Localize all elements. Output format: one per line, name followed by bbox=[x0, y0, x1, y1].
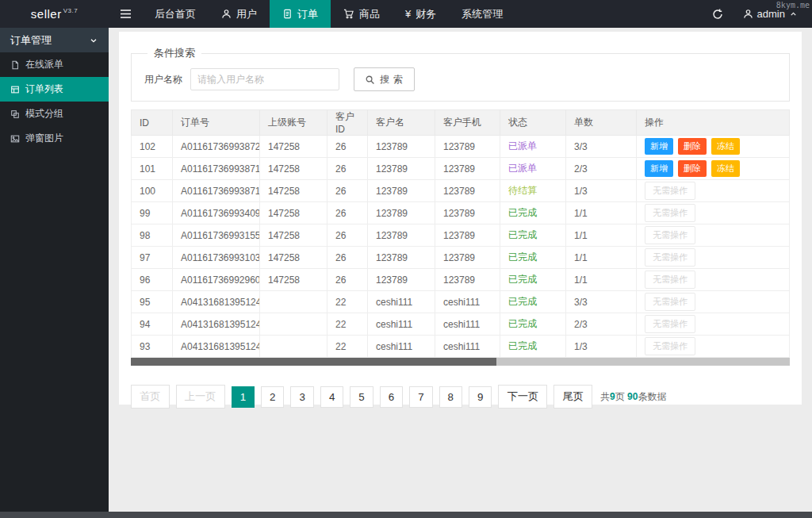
pagination-summary: 共9页 90条数据 bbox=[600, 390, 666, 404]
col-header-order-no: 订单号 bbox=[173, 110, 260, 136]
sidebar-item-online-dispatch[interactable]: 在线派单 bbox=[0, 52, 109, 77]
top-nav-goods[interactable]: 商品 bbox=[331, 0, 393, 28]
search-icon bbox=[365, 75, 375, 85]
sidebar-menu: 在线派单订单列表模式分组弹窗图片 bbox=[0, 52, 109, 151]
cell-customer-name: ceshi111 bbox=[368, 336, 435, 358]
no-action-button: 无需操作 bbox=[645, 226, 695, 244]
cell-parent-account bbox=[260, 313, 327, 336]
cell-customer-name: ceshi111 bbox=[368, 313, 435, 336]
menu-toggle-icon[interactable] bbox=[109, 0, 142, 28]
cell-parent-account: 147258 bbox=[260, 269, 327, 291]
cell-status: 已完成 bbox=[500, 291, 566, 313]
status-badge: 待结算 bbox=[508, 185, 537, 196]
cell-actions: 无需操作 bbox=[637, 180, 790, 202]
add-button[interactable]: 新增 bbox=[645, 138, 673, 154]
page-button-3[interactable]: 3 bbox=[290, 386, 313, 408]
app-logo[interactable]: sellerV3.7 bbox=[0, 0, 109, 28]
table-row: 93A0413168139512451722ceshi111ceshi111已完… bbox=[132, 336, 790, 358]
pagination-last-button[interactable]: 尾页 bbox=[553, 385, 592, 409]
top-nav-system[interactable]: 系统管理 bbox=[449, 0, 515, 28]
status-badge: 已完成 bbox=[508, 274, 537, 285]
cell-order-no: A04131681395124517 bbox=[173, 336, 260, 358]
cell-order-no: A01161736993103512 bbox=[173, 247, 260, 269]
sidebar-item-label: 模式分组 bbox=[25, 107, 63, 121]
sidebar-item-popup-image[interactable]: 弹窗图片 bbox=[0, 126, 109, 151]
freeze-button[interactable]: 冻结 bbox=[711, 138, 740, 154]
top-nav-label: 订单 bbox=[297, 7, 318, 21]
pagination-prev-button[interactable]: 上一页 bbox=[176, 385, 225, 409]
top-nav-label: 商品 bbox=[359, 7, 380, 21]
col-header-customer-id: 客户ID bbox=[327, 110, 368, 136]
col-header-customer-name: 客户名 bbox=[368, 110, 435, 136]
table-header-row: ID订单号上级账号客户ID客户名客户手机状态单数操作 bbox=[132, 110, 790, 136]
refresh-button[interactable] bbox=[700, 0, 735, 28]
sidebar-item-mode-group[interactable]: 模式分组 bbox=[0, 102, 109, 126]
cell-count: 1/1 bbox=[566, 269, 637, 291]
cart-icon bbox=[343, 9, 354, 19]
topbar: sellerV3.7 后台首页用户订单商品¥财务系统管理 admin 8kym.… bbox=[0, 0, 812, 28]
page-button-8[interactable]: 8 bbox=[439, 386, 462, 408]
page-button-9[interactable]: 9 bbox=[469, 386, 492, 408]
chevron-up-icon bbox=[789, 10, 798, 18]
top-nav-finance[interactable]: ¥财务 bbox=[393, 0, 449, 28]
top-nav-users[interactable]: 用户 bbox=[209, 0, 270, 28]
cell-customer-phone: 123789 bbox=[435, 247, 500, 269]
add-button[interactable]: 新增 bbox=[645, 160, 673, 176]
no-action-button: 无需操作 bbox=[645, 337, 695, 355]
page-button-6[interactable]: 6 bbox=[380, 386, 403, 408]
top-nav-home[interactable]: 后台首页 bbox=[142, 0, 209, 28]
col-header-actions: 操作 bbox=[637, 110, 790, 136]
cell-order-no: A04131681395124312 bbox=[173, 313, 260, 336]
page-button-4[interactable]: 4 bbox=[320, 386, 343, 408]
page-button-1[interactable]: 1 bbox=[232, 386, 255, 408]
username-input[interactable] bbox=[190, 68, 339, 90]
search-button[interactable]: 搜 索 bbox=[354, 67, 415, 91]
cell-customer-name: 123789 bbox=[368, 269, 435, 291]
sidebar-item-order-list[interactable]: 订单列表 bbox=[0, 77, 109, 102]
table-row: 101A011617369938712761472582612378912378… bbox=[132, 158, 790, 180]
cell-id: 95 bbox=[132, 291, 173, 313]
cell-count: 1/3 bbox=[566, 180, 637, 202]
cell-status: 已完成 bbox=[500, 336, 566, 358]
cell-parent-account: 147258 bbox=[260, 247, 327, 269]
cell-customer-id: 22 bbox=[327, 291, 368, 313]
sidebar-group-label: 订单管理 bbox=[10, 33, 52, 48]
cell-customer-name: 123789 bbox=[368, 136, 435, 158]
horizontal-scrollbar[interactable] bbox=[131, 358, 790, 366]
cell-count: 1/1 bbox=[566, 247, 637, 269]
cell-id: 102 bbox=[132, 136, 173, 158]
table-row: 97A0116173699310351214725826123789123789… bbox=[132, 247, 790, 269]
search-panel-title: 条件搜索 bbox=[147, 46, 201, 60]
cell-customer-id: 22 bbox=[327, 336, 368, 358]
username: admin bbox=[757, 8, 785, 20]
scrollbar-thumb[interactable] bbox=[131, 358, 496, 366]
cell-actions: 新增删除冻结 bbox=[637, 158, 790, 180]
cell-actions: 无需操作 bbox=[637, 202, 790, 224]
top-nav-orders[interactable]: 订单 bbox=[270, 0, 331, 28]
sidebar-group-order-management[interactable]: 订单管理 bbox=[0, 28, 109, 52]
cell-order-no: A01161736993155628 bbox=[173, 224, 260, 247]
delete-button[interactable]: 删除 bbox=[678, 160, 707, 176]
cell-id: 98 bbox=[132, 224, 173, 247]
status-badge: 已派单 bbox=[508, 163, 537, 174]
cell-order-no: A01161736993872636 bbox=[173, 136, 260, 158]
cell-status: 已完成 bbox=[500, 313, 566, 336]
cell-order-no: A01161736992960833 bbox=[173, 269, 260, 291]
no-action-button: 无需操作 bbox=[645, 248, 695, 266]
cell-customer-phone: ceshi111 bbox=[435, 291, 500, 313]
page-button-7[interactable]: 7 bbox=[409, 386, 432, 408]
cell-count: 2/3 bbox=[566, 313, 637, 336]
pagination-first-button[interactable]: 首页 bbox=[131, 385, 170, 409]
cell-customer-id: 26 bbox=[327, 136, 368, 158]
page-button-2[interactable]: 2 bbox=[261, 386, 284, 408]
delete-button[interactable]: 删除 bbox=[678, 138, 707, 154]
page-button-5[interactable]: 5 bbox=[350, 386, 373, 408]
cell-status: 已完成 bbox=[500, 224, 566, 247]
no-action-button: 无需操作 bbox=[645, 293, 695, 310]
cell-id: 94 bbox=[132, 313, 173, 336]
mode-group-icon bbox=[10, 109, 20, 119]
pagination-next-button[interactable]: 下一页 bbox=[498, 385, 547, 409]
cell-customer-id: 26 bbox=[327, 224, 368, 247]
freeze-button[interactable]: 冻结 bbox=[711, 160, 740, 176]
top-nav-label: 财务 bbox=[416, 7, 436, 21]
